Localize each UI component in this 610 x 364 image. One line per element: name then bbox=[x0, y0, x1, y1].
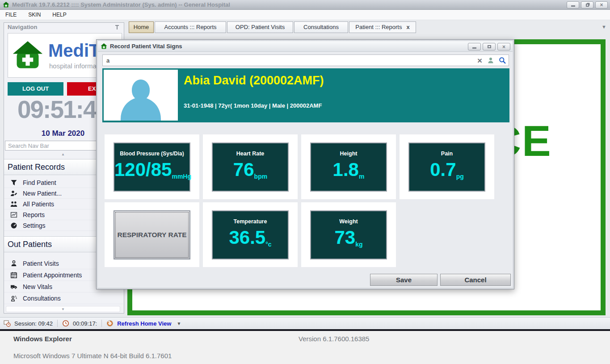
refresh-home-view[interactable]: Refresh Home View bbox=[117, 320, 171, 327]
blood-pressure-value: 120/85mmHg bbox=[114, 160, 189, 180]
desktop-app-name: Windows Explorer bbox=[13, 335, 72, 343]
patient-name: Abia David (200002AMF) bbox=[184, 74, 324, 88]
tab-opd-patient-visits[interactable]: OPD: Patient Visits bbox=[227, 21, 293, 33]
timer-value: 00:09:17: bbox=[73, 320, 97, 327]
vital-card-weight: Weight 73kg bbox=[301, 202, 396, 267]
person-icon bbox=[10, 260, 17, 267]
gauge-icon bbox=[10, 222, 17, 229]
vital-card-pain: Pain 0.7pg bbox=[400, 134, 494, 199]
menu-skin[interactable]: SKIN bbox=[28, 12, 41, 18]
statusbar: Session: 09:42 00:09:17: Refresh Home Vi… bbox=[0, 317, 610, 329]
tab-patient-reports[interactable]: Patient ::: Reportsx bbox=[349, 21, 416, 33]
pin-icon[interactable] bbox=[115, 25, 119, 30]
patient-details: 31-01-1948 | 72yr( 1mon 10day | Male | 2… bbox=[184, 102, 322, 109]
menu-file[interactable]: FILE bbox=[5, 12, 17, 18]
search-icon[interactable] bbox=[496, 57, 509, 64]
save-button[interactable]: Save bbox=[370, 274, 438, 286]
refresh-dropdown-chevron-icon[interactable]: ▼ bbox=[177, 321, 181, 326]
tab-consultations[interactable]: Consultations bbox=[294, 21, 348, 33]
blood-pressure-tile[interactable]: Blood Pressure (Sys/Dia) 120/85mmHg bbox=[114, 142, 190, 192]
tab-close-icon[interactable]: x bbox=[406, 24, 409, 30]
menubar: FILE SKIN HELP bbox=[0, 10, 610, 20]
desktop-area: Windows Explorer Version 6.1.7600.16385 … bbox=[0, 331, 610, 364]
consultation-icon bbox=[10, 295, 17, 302]
desktop-version: Version 6.1.7600.16385 bbox=[299, 335, 369, 343]
temperature-value: 36.5°c bbox=[213, 228, 288, 247]
close-button[interactable]: × bbox=[595, 1, 608, 8]
window-title: MediTrak 19.7.6.2212 :::: System Adminis… bbox=[12, 1, 230, 8]
patient-banner: Abia David (200002AMF) 31-01-1948 | 72yr… bbox=[102, 68, 509, 122]
dialog-close-button[interactable]: × bbox=[497, 43, 510, 50]
respiratory-rate-button[interactable]: RESPIRATORY RATE bbox=[114, 210, 190, 259]
select-patient-icon[interactable] bbox=[485, 57, 496, 64]
patient-search-input[interactable] bbox=[103, 57, 475, 64]
restore-button[interactable] bbox=[581, 1, 593, 8]
tab-home[interactable]: Home bbox=[129, 21, 154, 33]
meditrak-logo-icon bbox=[12, 39, 44, 71]
dialog-house-icon bbox=[101, 43, 107, 50]
weight-tile[interactable]: Weight 73kg bbox=[310, 210, 387, 259]
vital-card-respiratory-rate: RESPIRATORY RATE bbox=[105, 202, 199, 267]
sidebar-item-consultations[interactable]: Consultations bbox=[4, 293, 123, 304]
ambulance-icon bbox=[10, 283, 17, 290]
dialog-title: Record Patient Vital Signs bbox=[110, 43, 182, 50]
vital-card-height: Height 1.8m bbox=[301, 134, 396, 199]
patient-search-bar: × bbox=[102, 54, 509, 66]
vital-card-temperature: Temperature 36.5°c bbox=[203, 202, 298, 267]
window-titlebar: MediTrak 19.7.6.2212 :::: System Adminis… bbox=[0, 0, 610, 10]
minimize-button[interactable] bbox=[567, 1, 579, 8]
tabstrip: Home Accounts ::: Reports OPD: Patient V… bbox=[126, 21, 610, 33]
heart-rate-tile[interactable]: Heart Rate 76bpm bbox=[212, 142, 289, 192]
heart-rate-value: 76bpm bbox=[213, 160, 288, 180]
dialog-titlebar: Record Patient Vital Signs bbox=[98, 41, 513, 52]
refresh-icon[interactable] bbox=[106, 320, 114, 327]
people-icon bbox=[10, 201, 17, 208]
desktop-os-info: Microsoft Windows 7 Ultimate N 64-bit Bu… bbox=[13, 352, 172, 360]
dialog-minimize-button[interactable] bbox=[468, 43, 481, 50]
session-time: Session: 09:42 bbox=[14, 320, 53, 327]
session-icon bbox=[4, 320, 11, 327]
app-house-icon bbox=[3, 1, 9, 8]
logout-button[interactable]: LOG OUT bbox=[8, 82, 63, 96]
dialog-maximize-button[interactable] bbox=[483, 43, 496, 50]
meditrak-window: MediTrak 19.7.6.2212 :::: System Adminis… bbox=[0, 0, 610, 331]
pain-tile[interactable]: Pain 0.7pg bbox=[408, 142, 485, 192]
patient-photo-placeholder bbox=[104, 70, 178, 121]
height-tile[interactable]: Height 1.8m bbox=[310, 142, 387, 192]
timer-icon bbox=[62, 320, 69, 327]
scroll-down-icon[interactable]: ▼ bbox=[6, 306, 120, 312]
weight-value: 73kg bbox=[311, 228, 386, 247]
funnel-icon bbox=[10, 179, 17, 186]
tab-accounts-reports[interactable]: Accounts ::: Reports bbox=[155, 21, 226, 33]
menu-help[interactable]: HELP bbox=[52, 12, 66, 18]
clear-search-icon[interactable]: × bbox=[475, 56, 485, 65]
record-vitals-dialog: Record Patient Vital Signs × × bbox=[96, 39, 514, 289]
vital-card-heart-rate: Heart Rate 76bpm bbox=[203, 134, 298, 199]
calendar-icon bbox=[10, 272, 17, 279]
temperature-tile[interactable]: Temperature 36.5°c bbox=[212, 210, 289, 259]
vital-card-blood-pressure: Blood Pressure (Sys/Dia) 120/85mmHg bbox=[105, 134, 199, 199]
height-value: 1.8m bbox=[311, 160, 386, 180]
screen: MediTrak 19.7.6.2212 :::: System Adminis… bbox=[0, 0, 610, 364]
report-chart-icon bbox=[10, 211, 17, 218]
navigation-header: Navigation bbox=[4, 23, 124, 32]
new-patient-icon bbox=[10, 190, 17, 197]
pain-value: 0.7pg bbox=[409, 160, 484, 180]
tab-overflow-chevron-icon[interactable]: ▼ bbox=[602, 24, 606, 29]
cancel-button[interactable]: Cancel bbox=[440, 274, 511, 286]
